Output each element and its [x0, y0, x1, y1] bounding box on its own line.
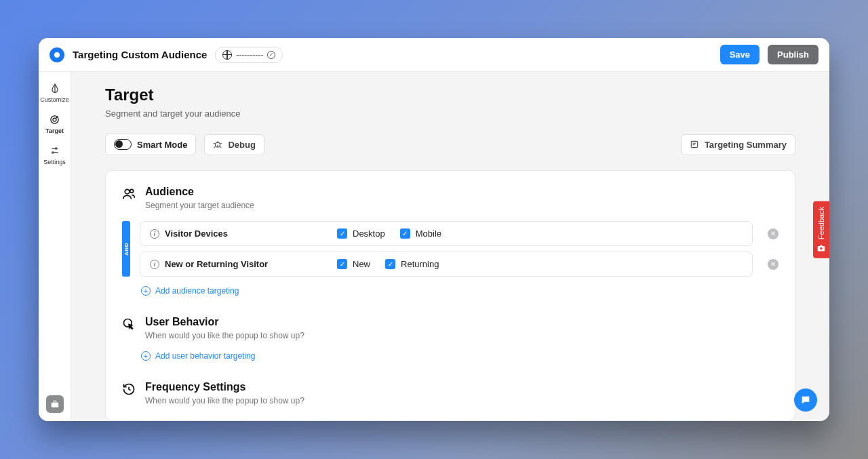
debug-label: Debug [228, 140, 255, 150]
app-logo-icon [50, 47, 64, 62]
rule-row-devices[interactable]: i Visitor Devices ✓ Desktop [140, 221, 753, 246]
sidebar-label: Customize [40, 96, 69, 103]
svg-point-8 [130, 189, 134, 193]
sidebar-label: Settings [43, 159, 66, 165]
feedback-tab[interactable]: Feedback [813, 201, 829, 258]
and-badge: AND [122, 221, 130, 277]
main-content: Target Segment and target your audience … [71, 72, 829, 421]
plus-circle-icon: + [141, 351, 151, 361]
status-pill[interactable]: ---------- ✓ [215, 47, 283, 63]
chat-icon [800, 395, 811, 405]
delete-rule-icon[interactable]: ✕ [768, 259, 778, 270]
checkbox-mobile[interactable]: ✓ Mobile [400, 228, 441, 239]
publish-button[interactable]: Publish [768, 45, 818, 64]
smart-mode-label: Smart Mode [137, 140, 187, 150]
svg-rect-4 [51, 403, 58, 407]
svg-point-1 [53, 118, 56, 121]
sidebar-item-target[interactable]: Target [39, 108, 71, 140]
checkbox-new[interactable]: ✓ New [337, 259, 370, 269]
svg-point-3 [52, 152, 53, 153]
cursor-click-icon [122, 317, 136, 331]
status-text: ---------- [236, 50, 263, 60]
rule-name: Visitor Devices [165, 228, 228, 239]
chat-widget-button[interactable] [794, 388, 817, 412]
history-icon [122, 382, 136, 396]
globe-icon [222, 50, 232, 60]
svg-point-7 [125, 189, 130, 194]
bug-icon [213, 140, 222, 149]
delete-rule-icon[interactable]: ✕ [768, 228, 778, 239]
briefcase-button[interactable] [46, 395, 64, 413]
smart-mode-toggle[interactable]: Smart Mode [105, 134, 196, 155]
audience-title: Audience [145, 186, 254, 198]
info-icon: i [150, 260, 159, 269]
behavior-title: User Behavior [145, 316, 304, 328]
audience-subtitle: Segment your target audience [145, 201, 254, 210]
add-audience-targeting-link[interactable]: + Add audience targeting [141, 286, 778, 296]
sidebar-label: Target [45, 127, 64, 134]
sidebar-item-settings[interactable]: Settings [39, 140, 71, 171]
checkbox-returning[interactable]: ✓ Returning [385, 259, 439, 269]
debug-button[interactable]: Debug [204, 134, 264, 155]
sliders-icon [50, 145, 60, 156]
summary-icon [690, 140, 699, 149]
rule-name: New or Returning Visitor [165, 259, 268, 269]
droplet-icon [50, 83, 60, 94]
campaign-title: Targeting Custom Audience [73, 49, 207, 60]
summary-label: Targeting Summary [705, 140, 787, 150]
save-button[interactable]: Save [720, 45, 760, 64]
people-icon [122, 187, 136, 201]
camera-icon [816, 243, 826, 253]
rule-row-new-returning[interactable]: i New or Returning Visitor ✓ New [140, 252, 753, 277]
page-title: Target [105, 85, 795, 104]
top-bar: Targeting Custom Audience ---------- ✓ S… [39, 38, 829, 72]
behavior-subtitle: When would you like the popup to show up… [145, 331, 304, 340]
left-sidebar: Customize Target Settings [39, 72, 71, 421]
svg-point-2 [55, 148, 56, 149]
toggle-icon [114, 139, 132, 150]
checkbox-desktop[interactable]: ✓ Desktop [337, 228, 385, 239]
targeting-summary-button[interactable]: Targeting Summary [681, 134, 795, 155]
target-icon [50, 114, 60, 125]
add-behavior-targeting-link[interactable]: + Add user behavior targeting [141, 351, 778, 361]
svg-point-11 [820, 247, 823, 250]
plus-circle-icon: + [141, 286, 151, 296]
page-subtitle: Segment and target your audience [105, 108, 795, 119]
sidebar-item-customize[interactable]: Customize [39, 77, 71, 108]
frequency-title: Frequency Settings [145, 381, 304, 393]
check-circle-icon: ✓ [267, 51, 275, 59]
frequency-subtitle: When would you like the popup to show up… [145, 396, 304, 405]
info-icon: i [150, 229, 159, 239]
